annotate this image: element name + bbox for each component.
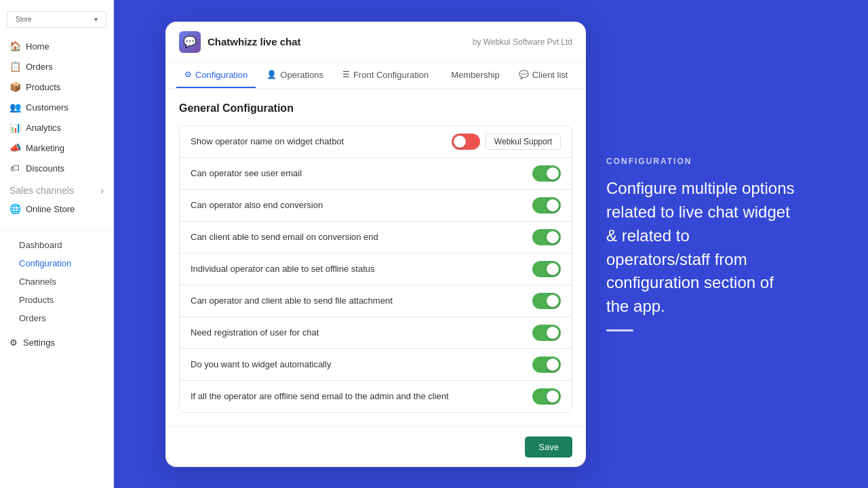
setting-row-registration-chat: Need registration of user for chat — [180, 317, 572, 349]
sub-nav-item-orders[interactable]: Orders — [0, 309, 113, 327]
section-title: General Configuration — [179, 102, 572, 115]
tab-client-list[interactable]: 💬Client list — [511, 63, 576, 88]
toggle-thumb-file-attachment — [547, 295, 559, 307]
info-label: CONFIGURATION — [606, 157, 796, 166]
setting-label-widget-auto: Do you want to widget automatically — [191, 359, 331, 369]
setting-label-client-send-email: Can client able to send email on convers… — [191, 232, 378, 242]
toggle-thumb-operator-see-email — [547, 167, 559, 180]
toggle-file-attachment[interactable] — [532, 293, 561, 309]
store-dropdown[interactable]: Store ▾ — [7, 11, 106, 28]
sidebar-item-marketing[interactable]: 📣 Marketing — [0, 138, 113, 158]
settings-item[interactable]: ⚙ Settings — [0, 333, 113, 352]
online-store-item[interactable]: 🌐 Online Store — [0, 199, 113, 219]
toggle-container-widget-auto — [532, 357, 561, 373]
sidebar: Store ▾ 🏠 Home 📋 Orders 📦 Products 👥 Cus… — [0, 0, 114, 488]
toggle-offline-status[interactable] — [532, 261, 561, 277]
app-info: 💬 Chatwhizz live chat — [179, 31, 301, 53]
setting-label-registration-chat: Need registration of user for chat — [191, 327, 319, 338]
sidebar-label-analytics: Analytics — [26, 123, 61, 133]
setting-row-operator-end-conversion: Can operator also end conversion — [180, 190, 572, 222]
nav-list: 🏠 Home 📋 Orders 📦 Products 👥 Customers 📊… — [0, 36, 113, 178]
sidebar-item-customers[interactable]: 👥 Customers — [0, 97, 113, 117]
sub-nav-item-configuration[interactable]: Configuration — [0, 254, 113, 272]
setting-row-offline-email: If all the operator are offline send ema… — [180, 381, 572, 412]
sidebar-item-home[interactable]: 🏠 Home — [0, 36, 113, 56]
app-title: Chatwhizz live chat — [208, 36, 301, 47]
sidebar-label-discounts: Discounts — [26, 163, 64, 174]
card-footer: Save — [165, 426, 586, 467]
chevron-right-icon: › — [100, 185, 104, 196]
front-configuration-tab-icon: ☰ — [342, 70, 350, 79]
toggle-thumb-widget-auto — [547, 359, 559, 371]
setting-label-offline-email: If all the operator are offline send ema… — [191, 391, 449, 401]
app-vendor: by Webkul Software Pvt Ltd — [473, 37, 572, 47]
toggle-widget-auto[interactable] — [532, 357, 561, 373]
setting-label-operator-see-email: Can operator see user email — [191, 168, 302, 178]
setting-label-show-operator-name: Show operator name on widget chatbot — [191, 136, 344, 146]
sub-nav-item-products[interactable]: Products — [0, 291, 113, 309]
toggle-thumb-client-send-email — [547, 231, 559, 243]
tab-label-configuration: Configuration — [195, 70, 248, 80]
toggle-thumb-registration-chat — [547, 327, 559, 339]
toggle-show-operator-name[interactable] — [452, 134, 480, 150]
marketing-icon: 📣 — [9, 142, 20, 153]
toggle-operator-see-email[interactable] — [532, 165, 561, 182]
toggle-container-file-attachment — [532, 293, 561, 309]
sidebar-item-discounts[interactable]: 🏷 Discounts — [0, 158, 113, 178]
setting-label-offline-status: Individual operator can able to set offl… — [191, 264, 375, 274]
store-icon: 🌐 — [9, 203, 20, 214]
sidebar-label-customers: Customers — [26, 102, 68, 113]
setting-row-show-operator-name: Show operator name on widget chatbotWebk… — [180, 126, 572, 158]
sub-nav-item-channels[interactable]: Channels — [0, 272, 113, 291]
tab-configuration[interactable]: ⚙Configuration — [176, 63, 256, 88]
setting-row-widget-auto: Do you want to widget automatically — [180, 349, 572, 381]
settings-label: Settings — [23, 338, 55, 348]
sub-nav: DashboardConfigurationChannelsProductsOr… — [0, 230, 113, 327]
sidebar-label-home: Home — [26, 41, 50, 52]
sidebar-item-products[interactable]: 📦 Products — [0, 77, 113, 97]
card-header: 💬 Chatwhizz live chat by Webkul Software… — [165, 22, 586, 63]
main-area: 💬 Chatwhizz live chat by Webkul Software… — [114, 0, 868, 488]
toggle-client-send-email[interactable] — [532, 229, 561, 245]
settings-panel: Show operator name on widget chatbotWebk… — [179, 125, 572, 413]
sales-channels-section: Sales channels › — [0, 178, 113, 199]
tab-label-client-list: Client list — [532, 70, 568, 80]
info-description: Configure multiple options related to li… — [606, 177, 796, 319]
toggle-container-show-operator-name: Webkul Support — [452, 134, 561, 150]
setting-label-operator-end-conversion: Can operator also end conversion — [191, 200, 323, 210]
setting-row-client-send-email: Can client able to send email on convers… — [180, 222, 572, 253]
app-card: 💬 Chatwhizz live chat by Webkul Software… — [165, 22, 586, 467]
toggle-container-operator-end-conversion — [532, 197, 561, 214]
card-content: General Configuration Show operator name… — [165, 89, 586, 426]
toggle-thumb-show-operator-name — [454, 136, 466, 148]
toggle-container-registration-chat — [532, 325, 561, 341]
tab-label-operations: Operations — [280, 70, 323, 80]
webkul-support-button[interactable]: Webkul Support — [486, 134, 561, 150]
setting-row-operator-see-email: Can operator see user email — [180, 158, 572, 190]
sub-nav-item-dashboard[interactable]: Dashboard — [0, 236, 113, 254]
setting-row-file-attachment: Can operator and client able to send fil… — [180, 285, 572, 317]
sidebar-label-products: Products — [26, 82, 60, 92]
toggle-thumb-operator-end-conversion — [547, 199, 559, 211]
toggle-operator-end-conversion[interactable] — [532, 197, 561, 214]
client-list-tab-icon: 💬 — [519, 70, 529, 79]
sidebar-item-analytics[interactable]: 📊 Analytics — [0, 117, 113, 138]
sidebar-item-orders[interactable]: 📋 Orders — [0, 56, 113, 77]
sidebar-label-orders: Orders — [26, 62, 53, 72]
toggle-offline-email[interactable] — [532, 388, 561, 405]
online-store-label: Online Store — [26, 204, 75, 214]
tab-more-button[interactable]: ··· — [578, 64, 586, 87]
customers-icon: 👥 — [9, 102, 20, 113]
info-divider — [606, 329, 633, 331]
setting-row-offline-status: Individual operator can able to set offl… — [180, 253, 572, 285]
tab-front-configuration[interactable]: ☰Front Configuration — [334, 63, 437, 88]
toggle-container-offline-status — [532, 261, 561, 277]
toggle-thumb-offline-email — [547, 390, 559, 403]
tab-bar: ⚙Configuration👤Operations☰Front Configur… — [165, 63, 586, 89]
tab-operations[interactable]: 👤Operations — [258, 63, 332, 88]
info-panel: CONFIGURATION Configure multiple options… — [586, 129, 816, 359]
toggle-registration-chat[interactable] — [532, 325, 561, 341]
dropdown-arrow-icon: ▾ — [94, 16, 98, 23]
tab-membership[interactable]: Membership — [439, 63, 508, 88]
save-button[interactable]: Save — [525, 436, 572, 458]
